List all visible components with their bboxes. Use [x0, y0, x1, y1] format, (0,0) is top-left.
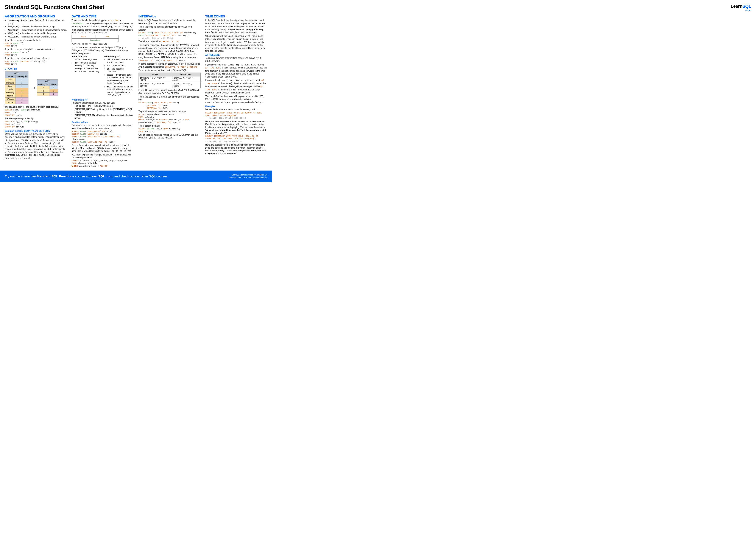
txt: The example above – the count of cities … [5, 106, 67, 109]
txt: In the SQL Standard, the date type can't… [205, 19, 267, 34]
code: SELECT TIMESTAMP WITH TIME ZONE '2021-06… [205, 135, 267, 143]
h-whattime: What time is it? [71, 99, 134, 101]
txt: You might skip casting in simple conditi… [71, 153, 134, 159]
txt: Here, the database takes a timestamp wit… [205, 120, 267, 135]
code: SELECT TIMESTAMP '2021-07-16 21:00:00' A… [205, 112, 267, 120]
txt: To operate between different time zones,… [205, 57, 267, 63]
txt: To get the count of unique values in a c… [5, 57, 67, 60]
list-item: MM – the minutes. [107, 64, 134, 67]
h-groupby: GROUP BY [5, 67, 67, 70]
list-item: CURRENT_DATE – to get today's date. (GET… [74, 108, 134, 114]
ts-sample: 2021-12-31 14:39:53.662522-05 [71, 32, 134, 34]
list-item: mm – the zero-padded month (01—January t… [74, 62, 101, 70]
h-creating: Creating values [71, 121, 134, 123]
code: SELECT EXTRACT(YEAR FROM birthday) FROM … [139, 128, 201, 133]
col-aggregation: AGGREGATION AND GROUPING COUNT(expr) – t… [5, 13, 67, 168]
txt: Be careful with the last example – it wi… [71, 144, 134, 153]
txt: Note: In SQL Server, intervals aren't im… [139, 19, 201, 25]
txt: In MySQL, write year_month instead of YE… [139, 89, 201, 95]
fmt: YYYY-mm-dd HH:MM:SS.ssssss±TZ [71, 43, 134, 45]
txt: We set the local time zone to 'America/N… [205, 108, 267, 111]
txt: To get the simplest interval, subtract o… [139, 25, 201, 31]
list-item: CURRENT_TIME – to find what time it is. [74, 105, 134, 108]
txt: To define an interval: INTERVAL '1' DAY [139, 40, 201, 43]
txt: To get part of the date: [139, 124, 201, 127]
code: SELECT CAST('2021-12-31 23:59:59' AS tim… [139, 32, 201, 39]
col-intervals: INTERVALs Note: In SQL Server, intervals… [139, 13, 201, 168]
syntax-table: SyntaxWhat it does INTERVAL 'x-y' YEAR T… [139, 73, 201, 88]
h-ex: Examples [205, 105, 267, 108]
txt: 14:39:53.662522-05 is almost 2:40 p.m. C… [71, 46, 134, 55]
course-link[interactable]: Standard SQL Functions [37, 174, 74, 178]
code: SELECT airline, flight_number, departure… [71, 160, 134, 167]
h-atz: AT TIME ZONE [205, 54, 267, 56]
txt: There are 3 main time-related types: dat… [71, 19, 134, 31]
txt: To get the number of non-NULL values in … [5, 48, 67, 51]
agg-list: COUNT(expr) – the count of values for th… [5, 19, 67, 38]
code: SELECT COUNT(rating) FROM city; [5, 51, 67, 57]
groupby-diagram: CITYnamecountry_idParis1Marseille1Lyon1B… [5, 71, 67, 105]
ts-diagram: datetime timestamp [71, 35, 119, 42]
page-title: Standard SQL Functions Cheat Sheet [5, 4, 267, 11]
list-item: ssssss – the smaller parts of a second –… [107, 73, 134, 85]
txt: If you use this format: {timestamp with … [205, 79, 267, 94]
code: SELECT COUNT(DISTINCT country_id) FROM c… [5, 60, 67, 66]
code: SELECT CAST('2021-12-31' AS date); SELEC… [71, 130, 134, 144]
txt: You can define the time zone with popula… [205, 95, 267, 104]
txt: Here, the database gets a timestamp spec… [205, 143, 267, 155]
footer: Try out the interactive Standard SQL Fun… [0, 170, 272, 182]
code: INTERVAL '1' YEAR + INTERVAL '3' MONTH [139, 60, 201, 62]
code: SELECT COUNT(*) FROM city; [5, 42, 67, 48]
site-link[interactable]: LearnSQL.com [90, 174, 113, 178]
code: SELECT city_id, AVG(rating) FROM ratings… [5, 120, 67, 129]
h-agg: AGGREGATION AND GROUPING [5, 14, 67, 18]
arrow-icon: ⟶ [30, 86, 35, 90]
txt: To create a date, time, or timestamp, si… [71, 124, 134, 130]
h-tz: TIME ZONES [205, 14, 267, 18]
h-int: INTERVALs [139, 14, 201, 18]
txt: This syntax consists of three elements: … [139, 44, 201, 59]
h-mistake: Common mistake: COUNT(*) and LEFT JOIN [5, 130, 67, 132]
txt: To get the last day of a month, add one … [139, 95, 201, 101]
txt: When you join the tables like this: clie… [5, 133, 67, 160]
txt: When working with the type timestamp wit… [205, 35, 267, 53]
list-item: HH – the zero-padded hour in a 24-hour c… [107, 58, 134, 64]
code: SELECT name, COUNT(country_id) FROM city… [5, 109, 67, 117]
txt: To get the number of rows in the table: [5, 39, 67, 42]
txt: If you use this format: {timestamp witho… [205, 63, 267, 79]
h-dt: DATE AND TIME [71, 14, 134, 18]
txt: In some databases, there's an easier way… [139, 63, 201, 68]
list-item: dd – the zero-padded day. [74, 70, 101, 73]
txt: There are two more syntaxes in the Stand… [139, 69, 201, 72]
txt: To answer that question in SQL, you can … [71, 101, 134, 104]
col-datetime: DATE AND TIME There are 3 main time-rela… [71, 13, 134, 168]
list-item: CURRENT_TIMESTAMP – to get the timestamp… [74, 114, 134, 120]
code: SELECT CAST('2021-02-01' AS date) + INTE… [139, 102, 201, 110]
txt: To get all events for next three months … [139, 110, 201, 113]
txt: The average rating for the city: [5, 117, 67, 120]
col-timezones: TIME ZONES In the SQL Standard, the date… [205, 13, 267, 168]
list-item: SS – the seconds. Omissible. [107, 67, 134, 73]
code: SELECT event_date, event_name FROM calen… [139, 113, 201, 124]
list-item: YYYY – the 4-digit year. [74, 58, 101, 61]
txt: One of possible returned values: 1946. I… [139, 134, 201, 140]
list-item: ±TZ – the timezone. It must start with e… [107, 85, 134, 97]
